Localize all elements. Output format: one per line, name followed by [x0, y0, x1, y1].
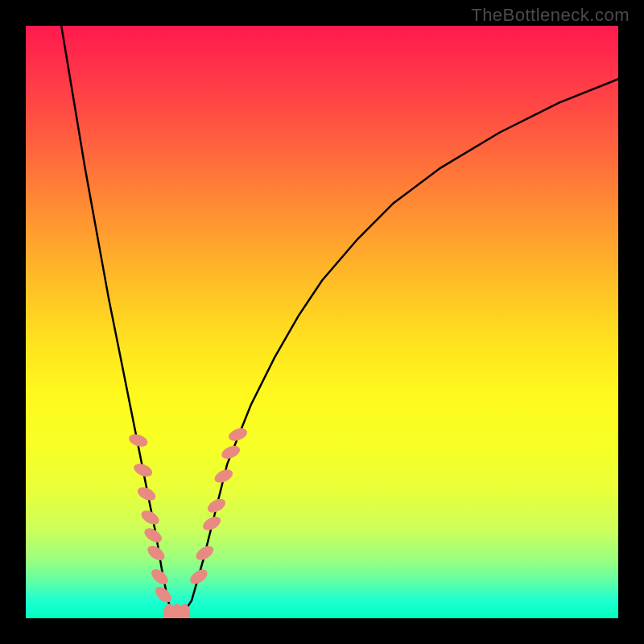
watermark-text: TheBottleneck.com — [471, 5, 630, 26]
bottleneck-curve — [61, 26, 618, 618]
curve-layer — [26, 26, 618, 618]
marker-point — [132, 461, 155, 479]
marker-point — [193, 543, 216, 564]
marker-point — [188, 567, 210, 587]
marker-point — [145, 543, 167, 563]
marker-point — [200, 514, 223, 533]
marker-point — [213, 467, 235, 485]
marker-point — [205, 496, 228, 515]
chart-frame: TheBottleneck.com — [0, 0, 644, 644]
marker-point — [220, 444, 242, 462]
marker-point — [227, 426, 249, 444]
marker-point — [152, 584, 174, 605]
plot-area — [26, 26, 618, 618]
marker-point — [149, 566, 171, 587]
marker-point — [142, 526, 164, 546]
marker-group — [127, 426, 249, 618]
